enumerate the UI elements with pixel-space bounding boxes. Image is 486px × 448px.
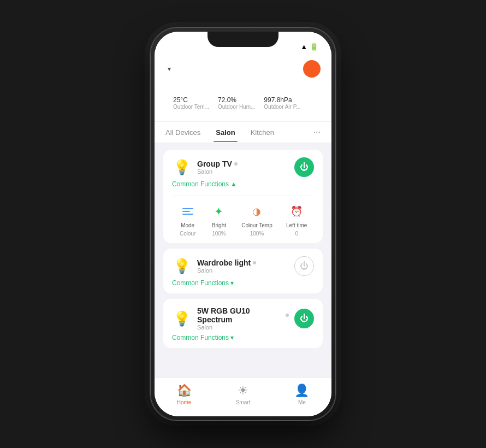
power-button[interactable]: ⏻: [294, 157, 314, 177]
phone-screen: ▲ 🔋 ▾ 25°C Outdo: [155, 32, 331, 416]
weather-stat-value: 72.0%: [218, 96, 255, 104]
nav-item-home[interactable]: 🏠 Home: [177, 384, 192, 405]
device-header: 💡 Wardrobe light Salon ⏻: [172, 256, 314, 276]
device-card: 💡 Wardrobe light Salon ⏻ Common Function…: [163, 249, 323, 293]
status-dot: [253, 261, 256, 264]
scrollable-content: 💡 Group TV Salon ⏻ Common Functions ▲: [155, 143, 331, 378]
common-functions-label: Common Functions: [172, 279, 229, 287]
tabs-section: All DevicesSalonKitchen···: [155, 122, 331, 143]
device-header: 💡 Group TV Salon ⏻: [172, 157, 314, 177]
function-name: Mode: [181, 222, 194, 228]
common-functions-toggle[interactable]: Common Functions ▲: [172, 180, 314, 188]
tab-kitchen[interactable]: Kitchen: [248, 123, 276, 142]
clock-icon: ⏰: [288, 203, 305, 220]
weather-stat-label: Outdoor Hum...: [218, 104, 255, 110]
function-item-bright[interactable]: ✦ Bright 100%: [210, 203, 228, 237]
device-list: 💡 Group TV Salon ⏻ Common Functions ▲: [155, 143, 331, 378]
device-icon: 💡: [172, 157, 192, 177]
device-location: Salon: [197, 324, 289, 331]
me-icon: 👤: [294, 384, 309, 398]
weather-stat-label: Outdoor Tem...: [173, 104, 209, 110]
nav-item-smart[interactable]: ☀ Smart: [236, 384, 251, 405]
status-icons: ▲ 🔋: [300, 43, 318, 51]
colortemp-icon: ◑: [252, 205, 261, 217]
device-card: 💡 Group TV Salon ⏻ Common Functions ▲: [163, 150, 323, 243]
device-name-area: Group TV Salon: [197, 160, 289, 175]
weather-stat-value: 997.8hPa: [264, 96, 300, 104]
status-dot: [234, 162, 238, 166]
weather-section: 25°C Outdoor Tem... 72.0% Outdoor Hum...…: [155, 84, 331, 121]
common-functions-chevron: ▾: [230, 334, 234, 341]
nav-label: Home: [177, 399, 192, 405]
function-value: 100%: [212, 231, 226, 237]
power-button[interactable]: ⏻: [294, 256, 314, 276]
device-name: Wardrobe light: [197, 258, 289, 267]
device-name-area: 5W RGB GU10 Spectrum Salon: [197, 306, 289, 331]
power-button[interactable]: ⏻: [294, 309, 314, 328]
function-value: 100%: [250, 231, 264, 237]
tab-more[interactable]: ···: [311, 122, 323, 143]
phone-frame: ▲ 🔋 ▾ 25°C Outdo: [150, 27, 336, 421]
weather-stat: 72.0% Outdoor Hum...: [218, 96, 255, 110]
mode-icon: [182, 208, 193, 215]
function-value: 0: [295, 231, 298, 237]
device-card: 💡 5W RGB GU10 Spectrum Salon ⏻ Common Fu…: [163, 299, 323, 348]
colortemp-icon: ◑: [248, 203, 265, 220]
app-header: ▾: [155, 56, 331, 84]
weather-stat: 997.8hPa Outdoor Air P...: [264, 96, 300, 110]
device-header: 💡 5W RGB GU10 Spectrum Salon ⏻: [172, 306, 314, 331]
device-name: Group TV: [197, 160, 289, 168]
nav-item-me[interactable]: 👤 Me: [294, 384, 309, 405]
tab-salon[interactable]: Salon: [214, 123, 237, 142]
function-item-mode[interactable]: Mode Colour: [179, 203, 197, 237]
weather-stat-label: Outdoor Air P...: [264, 104, 300, 110]
bright-icon: ✦: [210, 203, 228, 220]
mode-icon: [179, 203, 197, 220]
function-grid: Mode Colour ✦ Bright 100% ◑ Colour Temp …: [172, 196, 314, 237]
tab-all[interactable]: All Devices: [163, 123, 203, 142]
nav-label: Me: [298, 399, 306, 405]
battery-icon: 🔋: [310, 43, 318, 51]
device-icon: 💡: [172, 256, 192, 276]
common-functions-label: Common Functions: [172, 180, 229, 188]
device-location: Salon: [197, 168, 289, 175]
notch: [208, 32, 278, 47]
chevron-down-icon: ▾: [168, 66, 171, 73]
device-name-area: Wardrobe light Salon: [197, 258, 289, 274]
home-icon: 🏠: [177, 384, 192, 398]
bright-icon: ✦: [214, 205, 223, 218]
app-title[interactable]: ▾: [165, 66, 171, 73]
device-location: Salon: [197, 267, 289, 274]
function-item-left-time[interactable]: ⏰ Left time 0: [286, 203, 307, 237]
function-value: Colour: [180, 231, 195, 237]
status-dot: [286, 314, 289, 317]
weather-stat: 25°C Outdoor Tem...: [173, 96, 209, 110]
add-button[interactable]: [303, 60, 321, 78]
wifi-icon: ▲: [300, 43, 307, 51]
common-functions-label: Common Functions: [172, 334, 229, 341]
function-name: Bright: [212, 222, 226, 228]
common-functions-chevron: ▾: [230, 279, 234, 287]
common-functions-chevron: ▲: [230, 180, 237, 188]
device-name: 5W RGB GU10 Spectrum: [197, 306, 289, 324]
nav-label: Smart: [236, 399, 251, 405]
weather-info: 25°C Outdoor Tem... 72.0% Outdoor Hum...…: [173, 93, 321, 110]
smart-icon: ☀: [238, 384, 248, 398]
common-functions-toggle[interactable]: Common Functions ▾: [172, 279, 314, 287]
function-name: Colour Temp: [241, 222, 272, 228]
bottom-nav: 🏠 Home ☀ Smart 👤 Me: [155, 378, 331, 416]
common-functions-toggle[interactable]: Common Functions ▾: [172, 334, 314, 341]
weather-stat-value: 25°C: [173, 96, 209, 104]
weather-stats: 25°C Outdoor Tem... 72.0% Outdoor Hum...…: [173, 96, 321, 110]
clock-icon: ⏰: [291, 205, 303, 217]
device-icon: 💡: [172, 309, 192, 328]
function-item-colour-temp[interactable]: ◑ Colour Temp 100%: [241, 203, 272, 237]
function-name: Left time: [286, 222, 307, 228]
